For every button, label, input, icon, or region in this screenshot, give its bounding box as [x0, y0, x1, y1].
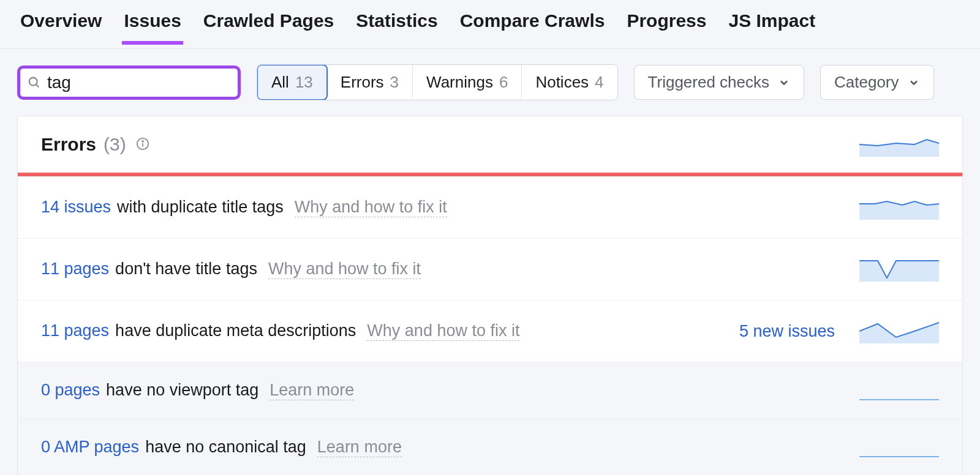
filter-pill-all[interactable]: All 13 [257, 64, 328, 100]
info-icon[interactable] [136, 137, 149, 151]
search-input[interactable] [47, 73, 266, 92]
chevron-down-icon [908, 77, 920, 89]
filter-pill-errors[interactable]: Errors 3 [327, 65, 413, 100]
tabs-bar: Overview Issues Crawled Pages Statistics… [0, 0, 980, 49]
issue-text: with duplicate title tags [117, 198, 284, 217]
tab-compare-crawls[interactable]: Compare Crawls [458, 10, 607, 45]
search-icon [28, 76, 41, 89]
issue-type-filter: All 13 Errors 3 Warnings 6 Notices 4 [257, 64, 618, 100]
errors-header: Errors (3) [18, 116, 962, 176]
issue-row[interactable]: 11 pages don't have title tags Why and h… [18, 238, 962, 300]
issue-row[interactable]: 11 pages have duplicate meta description… [18, 300, 962, 362]
dropdown-label: Category [834, 73, 899, 92]
issue-count-link[interactable]: 0 pages [41, 381, 100, 400]
filter-pill-label: Notices [535, 73, 589, 92]
filter-pill-notices[interactable]: Notices 4 [522, 65, 617, 100]
svg-point-0 [29, 77, 37, 85]
issue-text: have no viewport tag [106, 381, 258, 400]
issue-row[interactable]: 0 pages have no viewport tag Learn more [18, 362, 962, 419]
section-count: (3) [104, 134, 126, 155]
tab-js-impact[interactable]: JS Impact [726, 10, 817, 45]
svg-line-1 [36, 84, 39, 87]
filter-pill-count: 13 [295, 73, 313, 92]
category-dropdown[interactable]: Category [820, 65, 934, 100]
issue-hint-link[interactable]: Why and how to fix it [268, 260, 421, 279]
section-sparkline [859, 132, 939, 157]
dropdown-label: Triggered checks [648, 73, 769, 92]
issue-hint-link[interactable]: Learn more [270, 381, 354, 400]
filter-row: ✕ All 13 Errors 3 Warnings 6 Notices 4 T… [0, 49, 980, 116]
issue-row[interactable]: 0 AMP pages have no canonical tag Learn … [18, 419, 962, 475]
issue-text: have duplicate meta descriptions [115, 321, 356, 340]
issue-text: don't have title tags [115, 260, 257, 279]
issue-sparkline [859, 399, 939, 400]
issue-sparkline [859, 195, 939, 220]
issue-count-link[interactable]: 14 issues [41, 198, 111, 217]
chevron-down-icon [778, 77, 790, 89]
issue-sparkline [859, 257, 939, 282]
filter-pill-warnings[interactable]: Warnings 6 [413, 65, 522, 100]
issue-hint-link[interactable]: Why and how to fix it [295, 198, 447, 217]
errors-section: Errors (3) 14 issues with duplicate titl… [17, 116, 963, 475]
filter-pill-count: 6 [499, 73, 508, 92]
new-issues-link[interactable]: 5 new issues [739, 322, 835, 341]
issue-count-link[interactable]: 0 AMP pages [41, 438, 139, 457]
tab-progress[interactable]: Progress [625, 10, 708, 45]
tab-statistics[interactable]: Statistics [354, 10, 439, 45]
filter-pill-label: Warnings [426, 73, 493, 92]
issue-hint-link[interactable]: Learn more [317, 438, 402, 457]
tab-overview[interactable]: Overview [18, 10, 104, 45]
section-title: Errors [41, 134, 96, 155]
filter-pill-label: Errors [341, 73, 384, 92]
tab-crawled-pages[interactable]: Crawled Pages [202, 10, 336, 45]
issue-sparkline [859, 456, 939, 457]
issue-row[interactable]: 14 issues with duplicate title tags Why … [18, 176, 962, 238]
svg-point-4 [142, 141, 143, 142]
triggered-checks-dropdown[interactable]: Triggered checks [634, 65, 804, 100]
tab-issues[interactable]: Issues [122, 10, 183, 45]
issue-sparkline [859, 319, 939, 343]
search-box[interactable]: ✕ [17, 65, 241, 100]
issue-count-link[interactable]: 11 pages [41, 260, 109, 279]
issue-hint-link[interactable]: Why and how to fix it [367, 321, 519, 341]
filter-pill-count: 4 [595, 73, 603, 92]
filter-pill-label: All [271, 73, 289, 92]
filter-pill-count: 3 [390, 73, 399, 92]
issue-count-link[interactable]: 11 pages [41, 321, 109, 340]
issue-text: have no canonical tag [145, 438, 306, 457]
